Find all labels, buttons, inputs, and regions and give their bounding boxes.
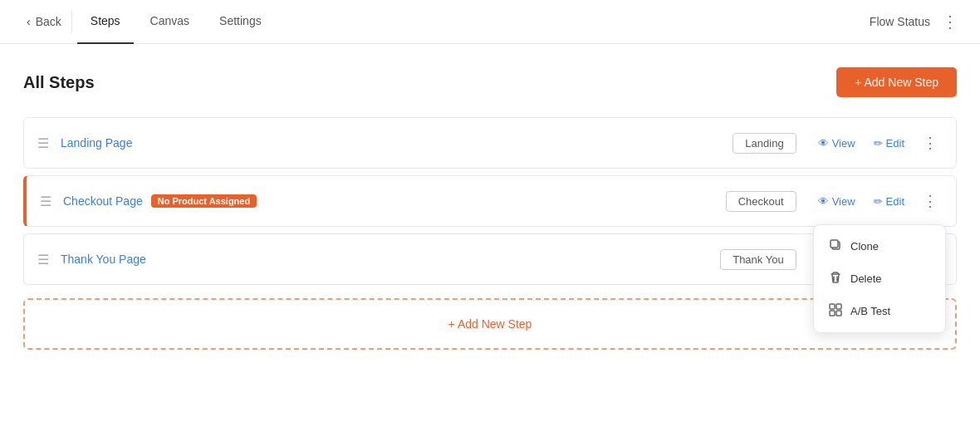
svg-rect-1 — [831, 240, 838, 248]
step-actions-checkout: 👁 View ✏ Edit ⋮ — [813, 189, 943, 213]
no-product-warning-badge: No Product Assigned — [151, 194, 257, 208]
step-type-badge-checkout: Checkout — [726, 191, 796, 212]
page-title: All Steps — [23, 73, 95, 92]
add-new-step-button[interactable]: + Add New Step — [836, 67, 957, 97]
page-header: All Steps + Add New Step — [23, 67, 957, 97]
drag-handle-icon[interactable]: ☰ — [40, 194, 51, 209]
eye-icon: 👁 — [818, 137, 829, 150]
svg-rect-3 — [836, 304, 841, 309]
eye-icon: 👁 — [818, 195, 829, 208]
ab-test-icon — [829, 303, 842, 319]
pencil-icon: ✏ — [874, 195, 883, 208]
tab-steps[interactable]: Steps — [77, 0, 134, 44]
drag-handle-icon[interactable]: ☰ — [37, 135, 49, 151]
view-button-landing[interactable]: 👁 View — [813, 134, 860, 153]
dropdown-item-clone[interactable]: Clone — [814, 230, 945, 263]
edit-button-checkout[interactable]: ✏ Edit — [869, 192, 909, 211]
svg-rect-4 — [830, 311, 835, 316]
tab-canvas[interactable]: Canvas — [137, 0, 203, 44]
clone-label: Clone — [850, 240, 879, 253]
step-actions-landing: 👁 View ✏ Edit ⋮ — [813, 130, 943, 155]
view-button-checkout[interactable]: 👁 View — [813, 192, 860, 211]
back-label: Back — [36, 15, 61, 28]
step-type-badge-landing: Landing — [733, 133, 796, 154]
pencil-icon: ✏ — [874, 137, 883, 150]
more-button-checkout[interactable]: ⋮ — [918, 189, 943, 213]
delete-label: Delete — [850, 272, 882, 285]
back-chevron-icon: ‹ — [27, 15, 31, 28]
dropdown-item-delete[interactable]: Delete — [814, 263, 945, 295]
steps-list: ☰ Landing Page Landing 👁 View ✏ Edit ⋮ ☰… — [23, 117, 957, 350]
back-button[interactable]: ‹ Back — [17, 10, 72, 33]
step-name-landing[interactable]: Landing Page — [61, 136, 132, 150]
top-nav: ‹ Back Steps Canvas Settings Flow Status… — [0, 0, 980, 44]
page-content: All Steps + Add New Step ☰ Landing Page … — [0, 44, 980, 366]
drag-handle-icon[interactable]: ☰ — [37, 252, 49, 267]
flow-status-label: Flow Status — [870, 15, 930, 28]
context-dropdown-menu: Clone Delete — [813, 224, 946, 333]
step-name-thankyou[interactable]: Thank You Page — [61, 253, 146, 266]
svg-rect-2 — [830, 304, 835, 309]
nav-more-button[interactable]: ⋮ — [937, 8, 963, 35]
dropdown-item-ab-test[interactable]: A/B Test — [814, 295, 945, 327]
table-row: ☰ Landing Page Landing 👁 View ✏ Edit ⋮ — [23, 117, 957, 169]
edit-button-landing[interactable]: ✏ Edit — [869, 134, 909, 153]
table-row: ☰ Checkout Page No Product Assigned Chec… — [23, 175, 957, 227]
more-button-landing[interactable]: ⋮ — [918, 130, 943, 155]
ab-test-label: A/B Test — [850, 305, 890, 317]
trash-icon — [829, 271, 842, 287]
svg-rect-5 — [836, 311, 841, 316]
tab-settings[interactable]: Settings — [206, 0, 275, 44]
clone-icon — [829, 238, 842, 254]
step-type-badge-thankyou: Thank You — [720, 249, 796, 270]
step-name-checkout[interactable]: Checkout Page — [63, 194, 143, 208]
